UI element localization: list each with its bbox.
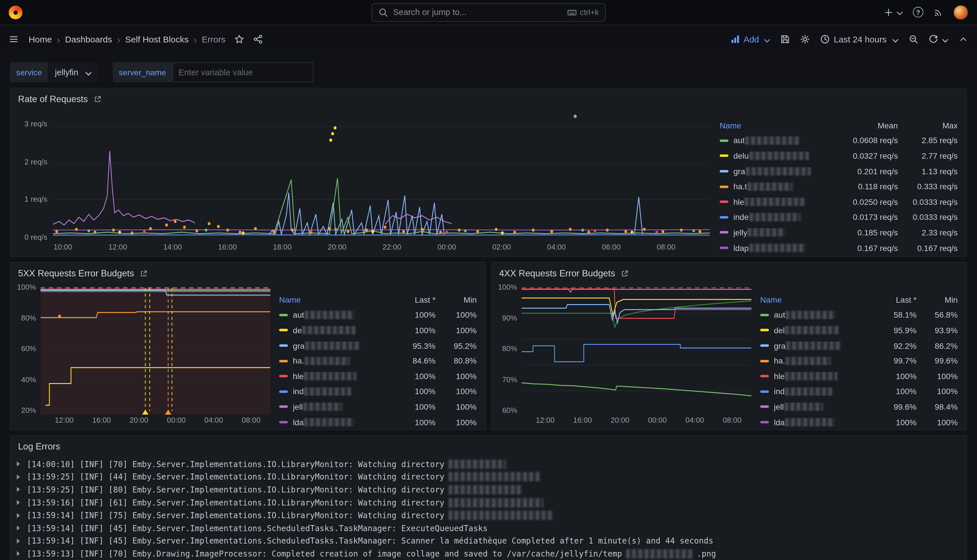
user-avatar-button[interactable]: [953, 5, 968, 20]
external-link-icon[interactable]: [140, 269, 148, 277]
legend-row[interactable]: aut 100% 100%: [279, 307, 477, 323]
series-name[interactable]: ind: [293, 387, 386, 396]
expand-log-icon[interactable]: [17, 513, 27, 518]
legend-row[interactable]: ha.t 0.118 req/s 0.333 req/s: [720, 179, 958, 194]
save-icon[interactable]: [780, 34, 790, 45]
legend-row[interactable]: gra 92.2% 86.2%: [760, 338, 958, 353]
series-name[interactable]: ha.: [774, 356, 867, 365]
legend-row[interactable]: ha. 84.6% 80.8%: [279, 353, 477, 369]
legend-col-last[interactable]: Last *: [386, 295, 436, 304]
series-name[interactable]: jell: [293, 402, 386, 412]
series-name[interactable]: aut: [293, 310, 386, 320]
breadcrumb-folder[interactable]: Self Host Blocks: [125, 34, 189, 45]
refresh-button[interactable]: [929, 34, 949, 45]
series-name[interactable]: hle: [774, 372, 867, 381]
err5xx-chart-canvas[interactable]: [40, 282, 270, 415]
series-name[interactable]: delu: [733, 151, 828, 160]
external-link-icon[interactable]: [94, 95, 102, 103]
expand-log-icon[interactable]: [17, 538, 27, 543]
series-name[interactable]: jell: [774, 402, 867, 412]
legend-col-name[interactable]: Name: [279, 295, 386, 304]
legend-row[interactable]: ind 100% 100%: [279, 384, 477, 399]
legend-col-min[interactable]: Min: [436, 295, 477, 304]
expand-log-icon[interactable]: [17, 487, 27, 492]
legend-row[interactable]: hle 100% 100%: [760, 369, 958, 384]
star-icon[interactable]: [234, 34, 244, 45]
legend-col-max[interactable]: Max: [898, 121, 958, 130]
share-icon[interactable]: [253, 34, 263, 45]
legend-row[interactable]: jelly 0.185 req/s 2.33 req/s: [720, 225, 958, 240]
panel-title[interactable]: Log Errors: [18, 442, 60, 452]
legend-row[interactable]: inde 0.0173 req/s 0.0333 req/s: [720, 210, 958, 225]
help-button[interactable]: [913, 7, 924, 18]
collapse-toolbar-icon[interactable]: [958, 34, 968, 45]
log-row[interactable]: [13:59:16] [INF] [61] Emby.Server.Implem…: [17, 496, 959, 509]
panel-title[interactable]: Rate of Requests: [18, 94, 88, 104]
grafana-logo[interactable]: [9, 5, 22, 19]
legend-row[interactable]: de 100% 100%: [279, 323, 477, 338]
expand-log-icon[interactable]: [17, 500, 27, 505]
zoom-out-icon[interactable]: [909, 34, 919, 45]
log-row[interactable]: [13:59:14] [INF] [45] Emby.Server.Implem…: [17, 535, 959, 547]
series-name[interactable]: gra: [733, 167, 828, 176]
time-range-picker[interactable]: Last 24 hours: [820, 34, 899, 45]
panel-title[interactable]: 5XX Requests Error Budgets: [18, 268, 134, 278]
news-button[interactable]: [934, 7, 944, 17]
log-row[interactable]: [13:59:14] [INF] [45] Emby.Server.Implem…: [17, 522, 959, 535]
series-name[interactable]: de: [293, 326, 386, 335]
series-name[interactable]: del: [774, 326, 867, 335]
legend-row[interactable]: jell 100% 100%: [279, 399, 477, 415]
breadcrumb-dashboards[interactable]: Dashboards: [65, 34, 112, 45]
legend-row[interactable]: ldap 0.167 req/s 0.167 req/s: [720, 240, 958, 256]
rate-chart-canvas[interactable]: [52, 108, 711, 242]
series-name[interactable]: ha.t: [733, 182, 828, 191]
add-panel-button[interactable]: Add: [730, 34, 770, 45]
variable-service-select[interactable]: jellyfin: [49, 62, 98, 82]
log-row[interactable]: [14:00:10] [INF] [70] Emby.Server.Implem…: [17, 458, 959, 470]
legend-row[interactable]: gra 95.3% 95.2%: [279, 338, 477, 353]
log-row[interactable]: [13:59:14] [INF] [75] Emby.Server.Implem…: [17, 509, 959, 522]
search-input[interactable]: Search or jump to... ctrl+k: [371, 3, 605, 22]
legend-col-min[interactable]: Min: [917, 295, 958, 304]
legend-row[interactable]: gra 0.201 req/s 1.13 req/s: [720, 163, 958, 179]
log-row[interactable]: [13:59:13] [INF] [70] Emby.Drawing.Image…: [17, 547, 959, 560]
expand-log-icon[interactable]: [17, 462, 27, 467]
new-button[interactable]: [883, 7, 903, 17]
log-row[interactable]: [13:59:25] [INF] [80] Emby.Server.Implem…: [17, 483, 959, 496]
legend-row[interactable]: aut 0.0608 req/s 2.85 req/s: [720, 133, 958, 148]
legend-row[interactable]: jell 99.6% 98.4%: [760, 399, 958, 415]
breadcrumb-home[interactable]: Home: [28, 34, 52, 45]
legend-col-name[interactable]: Name: [760, 295, 867, 304]
err4xx-chart-canvas[interactable]: [521, 282, 751, 415]
legend-row[interactable]: delu 0.0327 req/s 2.77 req/s: [720, 148, 958, 163]
series-name[interactable]: gra: [774, 341, 867, 350]
series-name[interactable]: ha.: [293, 356, 386, 365]
legend-row[interactable]: ha. 99.7% 99.6%: [760, 353, 958, 369]
series-name[interactable]: aut: [774, 310, 867, 320]
legend-row[interactable]: lda 100% 100%: [760, 415, 958, 430]
panel-title[interactable]: 4XX Requests Error Budgets: [499, 268, 615, 278]
series-name[interactable]: gra: [293, 341, 386, 350]
series-name[interactable]: inde: [733, 213, 828, 222]
legend-row[interactable]: del 95.9% 93.9%: [760, 323, 958, 338]
legend-row[interactable]: hle 100% 100%: [279, 369, 477, 384]
gear-icon[interactable]: [800, 34, 810, 45]
legend-col-mean[interactable]: Mean: [828, 121, 898, 130]
legend-row[interactable]: hle 0.0250 req/s 0.0333 req/s: [720, 194, 958, 210]
expand-log-icon[interactable]: [17, 551, 27, 556]
series-name[interactable]: hle: [293, 372, 386, 381]
expand-log-icon[interactable]: [17, 474, 27, 479]
menu-toggle-button[interactable]: [9, 34, 19, 45]
series-name[interactable]: ldap: [733, 243, 828, 252]
series-name[interactable]: aut: [733, 136, 828, 145]
log-row[interactable]: [13:59:25] [INF] [44] Emby.Server.Implem…: [17, 470, 959, 483]
legend-row[interactable]: lda 100% 100%: [279, 415, 477, 430]
legend-col-name[interactable]: Name: [720, 121, 828, 130]
series-name[interactable]: ind: [774, 387, 867, 396]
series-name[interactable]: jelly: [733, 228, 828, 237]
series-name[interactable]: hle: [733, 197, 828, 207]
legend-row[interactable]: aut 58.1% 56.8%: [760, 307, 958, 323]
legend-row[interactable]: ind 100% 100%: [760, 384, 958, 399]
variable-server-input[interactable]: [172, 62, 313, 82]
expand-log-icon[interactable]: [17, 526, 27, 530]
